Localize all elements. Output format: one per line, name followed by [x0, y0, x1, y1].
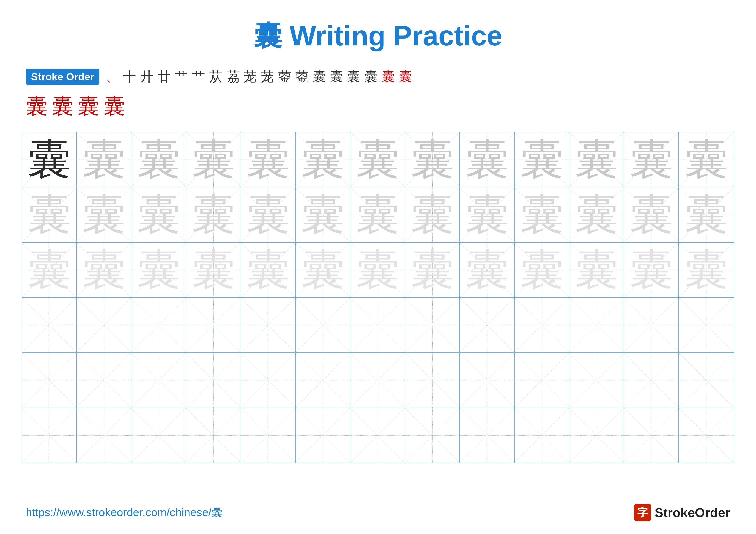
stroke-char-17: 囊: [382, 68, 394, 86]
grid-cell-4-10: [515, 298, 569, 352]
svg-line-153: [624, 408, 678, 463]
practice-char-light: 囊: [630, 193, 673, 236]
grid-cell-1-11: 囊: [569, 132, 624, 187]
practice-char-light: 囊: [137, 193, 180, 236]
grid-row-2: 囊 囊 囊 囊 囊 囊 囊 囊: [22, 188, 734, 242]
svg-line-92: [405, 298, 459, 352]
grid-cell-1-4: 囊: [186, 132, 241, 187]
svg-line-132: [77, 408, 131, 463]
svg-line-85: [186, 298, 240, 352]
svg-line-96: [515, 298, 569, 352]
stroke-chars-row1: 、 十 廾 廿 艹 艹 苁 茘 茏 茏 蓥 蓥 囊 囊 囊 囊 囊 囊: [106, 68, 412, 86]
grid-cell-3-6: 囊: [296, 242, 350, 297]
svg-line-109: [131, 353, 186, 407]
svg-line-147: [460, 408, 514, 463]
grid-cell-4-13: [679, 298, 734, 352]
stroke-char-1: 、: [106, 68, 119, 86]
stroke-order-row2: 囊 囊 囊 囊: [0, 90, 756, 123]
svg-line-117: [350, 353, 405, 407]
practice-char-medium: 囊: [247, 138, 290, 181]
practice-grid: 囊 囊 囊 囊 囊 囊 囊 囊: [21, 132, 735, 463]
grid-cell-3-12: 囊: [624, 242, 679, 297]
grid-cell-2-7: 囊: [350, 188, 405, 242]
grid-cell-6-13: [679, 408, 734, 463]
svg-line-104: [22, 353, 76, 407]
svg-line-89: [296, 298, 350, 352]
stroke-char-18: 囊: [399, 68, 412, 86]
grid-cell-1-8: 囊: [405, 132, 460, 187]
stroke-char-13: 囊: [313, 68, 326, 86]
grid-row-4: [22, 298, 734, 353]
grid-cell-6-10: [515, 408, 569, 463]
stroke-char-8: 茘: [227, 68, 239, 86]
svg-line-105: [22, 353, 76, 407]
practice-char-light: 囊: [466, 193, 509, 236]
grid-cell-4-4: [186, 298, 241, 352]
svg-line-138: [241, 408, 295, 463]
footer-brand: 字 StrokeOrder: [634, 504, 730, 521]
svg-line-115: [296, 353, 350, 407]
practice-char-dark: 囊: [28, 138, 71, 181]
grid-cell-5-8: [405, 353, 460, 408]
svg-line-155: [679, 408, 734, 463]
svg-line-86: [241, 298, 295, 352]
svg-line-95: [460, 298, 514, 352]
practice-char-medium: 囊: [356, 138, 399, 181]
svg-line-131: [22, 408, 76, 463]
grid-cell-3-13: 囊: [679, 242, 734, 297]
practice-char-lighter: 囊: [301, 248, 344, 292]
grid-cell-2-6: 囊: [296, 188, 350, 242]
svg-line-119: [405, 353, 459, 407]
svg-line-126: [624, 353, 678, 407]
svg-line-129: [679, 353, 734, 408]
title-section: 囊 Writing Practice: [0, 0, 756, 64]
svg-line-152: [624, 408, 678, 463]
stroke-char-large-2: 囊: [52, 92, 73, 121]
grid-cell-4-6: [296, 298, 350, 352]
stroke-order-badge: Stroke Order: [26, 69, 99, 85]
grid-cell-4-2: [77, 298, 131, 352]
stroke-char-10: 茏: [261, 68, 274, 86]
svg-line-80: [77, 298, 131, 352]
grid-cell-6-11: [569, 408, 624, 463]
footer: https://www.strokeorder.com/chinese/囊 字 …: [26, 504, 730, 521]
practice-char-medium: 囊: [411, 138, 454, 181]
svg-line-118: [405, 353, 459, 407]
grid-cell-6-6: [296, 408, 350, 463]
grid-cell-6-12: [624, 408, 679, 463]
grid-cell-4-7: [350, 298, 405, 352]
practice-char-light: 囊: [356, 193, 399, 236]
practice-char-medium: 囊: [137, 138, 180, 181]
grid-cell-6-4: [186, 408, 241, 463]
practice-char-lighter: 囊: [192, 248, 235, 292]
stroke-char-large-1: 囊: [26, 92, 47, 121]
grid-cell-5-3: [131, 353, 186, 408]
practice-char-light: 囊: [247, 193, 290, 236]
grid-cell-4-5: [241, 298, 296, 352]
svg-line-130: [22, 408, 76, 463]
grid-cell-5-1: [22, 353, 77, 408]
strokeorder-logo-icon: 字: [634, 504, 651, 521]
grid-cell-3-9: 囊: [460, 242, 515, 297]
grid-cell-1-3: 囊: [131, 132, 186, 187]
svg-line-141: [296, 408, 350, 463]
grid-cell-3-11: 囊: [569, 242, 624, 297]
stroke-char-7: 苁: [209, 68, 222, 86]
svg-line-135: [131, 408, 186, 463]
svg-line-125: [569, 353, 624, 407]
grid-cell-5-13: [679, 353, 734, 408]
grid-cell-3-1: 囊: [22, 242, 77, 297]
practice-char-light: 囊: [411, 193, 454, 236]
title-text: Writing Practice: [282, 20, 502, 51]
svg-line-87: [241, 298, 295, 352]
svg-line-107: [77, 353, 131, 407]
grid-cell-3-4: 囊: [186, 242, 241, 297]
svg-line-78: [22, 298, 76, 352]
svg-line-145: [405, 408, 459, 463]
svg-line-83: [131, 298, 186, 352]
grid-cell-6-9: [460, 408, 515, 463]
grid-cell-2-8: 囊: [405, 188, 460, 242]
stroke-char-5: 艹: [175, 68, 188, 86]
practice-char-lighter: 囊: [685, 248, 728, 292]
grid-cell-6-2: [77, 408, 131, 463]
